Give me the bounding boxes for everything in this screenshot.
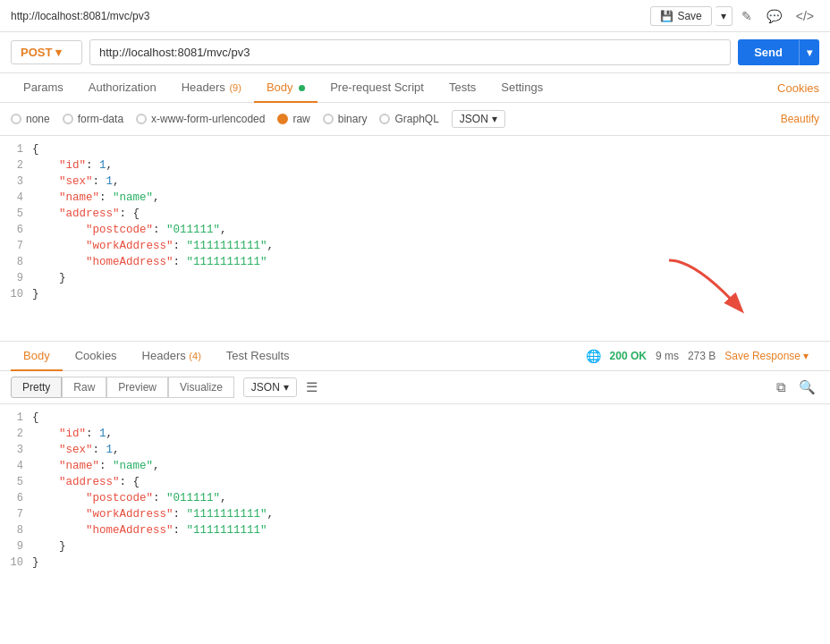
top-bar: http://localhost:8081/mvc/pv3 💾 Save ▾ ✎… [0, 0, 830, 32]
beautify-button[interactable]: Beautify [781, 113, 819, 125]
format-tab-raw[interactable]: Raw [62, 377, 106, 398]
format-tabs-left: Pretty Raw Preview Visualize JSON ▾ ☰ [11, 377, 321, 398]
radio-graphql [379, 114, 390, 124]
tab-headers[interactable]: Headers (9) [169, 73, 254, 103]
method-arrow: ▾ [55, 46, 62, 59]
url-bar: POST ▾ Send ▾ [0, 32, 830, 73]
status-ok: 200 OK [610, 350, 647, 362]
response-tab-cookies[interactable]: Cookies [63, 342, 130, 371]
response-json-arrow: ▾ [284, 381, 289, 394]
response-json-select[interactable]: JSON ▾ [243, 377, 297, 397]
req-line-4: 4 "name": "name", [0, 191, 830, 208]
request-tabs: Params Authorization Headers (9) Body Pr… [0, 73, 830, 103]
copy-button[interactable]: ⧉ [773, 377, 790, 397]
send-button-main[interactable]: Send [738, 39, 799, 65]
url-input[interactable] [89, 39, 731, 65]
res-line-4: 4 "name": "name", [0, 460, 830, 476]
tab-settings[interactable]: Settings [488, 73, 555, 103]
response-time: 9 ms [656, 350, 679, 362]
response-status-bar: 🌐 200 OK 9 ms 273 B Save Response ▾ [575, 349, 819, 363]
cookies-link[interactable]: Cookies [777, 74, 819, 102]
request-code-editor[interactable]: 1 { 2 "id": 1, 3 "sex": 1, 4 "name": "na… [0, 136, 830, 342]
res-line-5: 5 "address": { [0, 476, 830, 492]
format-tab-pretty[interactable]: Pretty [11, 377, 62, 398]
body-type-selector: none form-data x-www-form-urlencoded raw… [0, 103, 830, 136]
radio-none [11, 114, 21, 124]
top-bar-actions: 💾 Save ▾ ✎ 💬 </> [650, 5, 819, 27]
body-active-dot [299, 85, 305, 91]
req-line-6: 6 "postcode": "011111", [0, 224, 830, 240]
json-format-select[interactable]: JSON ▾ [452, 110, 505, 128]
radio-binary [323, 114, 334, 124]
radio-form-data [63, 114, 73, 124]
format-tabs: Pretty Raw Preview Visualize JSON ▾ ☰ ⧉ … [0, 371, 830, 404]
code-icon-button[interactable]: </> [791, 5, 819, 27]
top-bar-url: http://localhost:8081/mvc/pv3 [11, 10, 149, 22]
json-select-arrow: ▾ [492, 113, 497, 125]
res-line-7: 7 "workAddress": "1111111111", [0, 508, 830, 524]
req-line-3: 3 "sex": 1, [0, 175, 830, 191]
res-line-10: 10 } [0, 556, 830, 572]
red-arrow [660, 251, 785, 332]
req-line-2: 2 "id": 1, [0, 159, 830, 175]
send-button-group: Send ▾ [738, 39, 819, 65]
save-response-button[interactable]: Save Response ▾ [724, 350, 809, 362]
body-type-binary[interactable]: binary [323, 113, 368, 125]
tab-params[interactable]: Params [11, 73, 76, 103]
body-type-graphql[interactable]: GraphQL [379, 113, 438, 125]
tab-tests[interactable]: Tests [436, 73, 488, 103]
method-label: POST [21, 46, 52, 59]
response-tabs-left: Body Cookies Headers (4) Test Results [11, 342, 302, 370]
response-tab-test-results[interactable]: Test Results [214, 342, 302, 371]
request-tabs-left: Params Authorization Headers (9) Body Pr… [11, 73, 555, 102]
globe-icon: 🌐 [586, 349, 601, 363]
tab-pre-request-script[interactable]: Pre-request Script [318, 73, 436, 103]
tab-authorization[interactable]: Authorization [76, 73, 169, 103]
radio-raw [277, 114, 288, 124]
format-icon-buttons: ⧉ 🔍 [773, 377, 819, 397]
response-tab-body[interactable]: Body [11, 342, 63, 371]
body-type-none[interactable]: none [11, 113, 50, 125]
response-tab-headers[interactable]: Headers (4) [130, 342, 214, 371]
radio-urlencoded [136, 114, 147, 124]
tab-body[interactable]: Body [254, 73, 318, 103]
res-line-9: 9 } [0, 540, 830, 556]
res-line-1: 1 { [0, 411, 830, 428]
method-select[interactable]: POST ▾ [11, 40, 82, 64]
search-button[interactable]: 🔍 [795, 377, 819, 397]
body-type-urlencoded[interactable]: x-www-form-urlencoded [136, 113, 265, 125]
response-tabs: Body Cookies Headers (4) Test Results 🌐 … [0, 342, 830, 371]
save-icon: 💾 [660, 10, 673, 22]
body-type-form-data[interactable]: form-data [63, 113, 123, 125]
format-tab-visualize[interactable]: Visualize [168, 377, 234, 398]
filter-button[interactable]: ☰ [302, 377, 321, 397]
body-type-raw[interactable]: raw [277, 113, 309, 125]
req-line-5: 5 "address": { [0, 208, 830, 224]
response-headers-badge: (4) [189, 351, 200, 361]
comment-icon-button[interactable]: 💬 [761, 5, 787, 27]
res-line-3: 3 "sex": 1, [0, 444, 830, 460]
headers-badge: (9) [229, 82, 241, 93]
save-dropdown-arrow[interactable]: ▾ [716, 6, 733, 26]
req-line-1: 1 { [0, 143, 830, 159]
res-line-8: 8 "homeAddress": "1111111111" [0, 524, 830, 540]
save-button[interactable]: 💾 Save [650, 6, 711, 26]
format-tab-preview[interactable]: Preview [106, 377, 168, 398]
edit-icon-button[interactable]: ✎ [736, 5, 758, 27]
response-code-editor[interactable]: 1 { 2 "id": 1, 3 "sex": 1, 4 "name": "na… [0, 404, 830, 592]
response-size: 273 B [688, 350, 716, 362]
save-response-arrow: ▾ [803, 350, 809, 362]
res-line-2: 2 "id": 1, [0, 428, 830, 444]
send-button-arrow[interactable]: ▾ [799, 40, 819, 65]
res-line-6: 6 "postcode": "011111", [0, 492, 830, 508]
